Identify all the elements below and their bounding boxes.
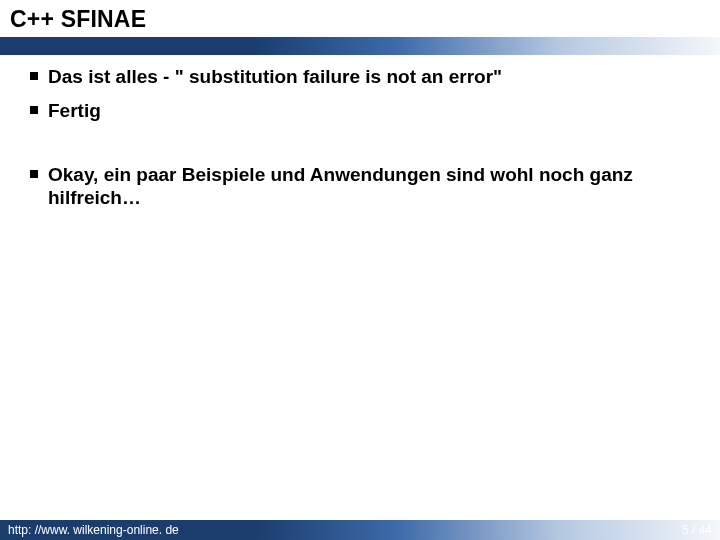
footer-page-number: 5 / 44 xyxy=(682,523,712,537)
spacer xyxy=(30,133,690,163)
bullet-item: Fertig xyxy=(30,99,690,123)
bullet-item: Das ist alles - " substitution failure i… xyxy=(30,65,690,89)
footer-url: http: //www. wilkening-online. de xyxy=(8,523,179,537)
slide-content: Das ist alles - " substitution failure i… xyxy=(0,55,720,520)
title-divider-bar xyxy=(0,37,720,55)
slide: C++ SFINAE Das ist alles - " substitutio… xyxy=(0,0,720,540)
title-area: C++ SFINAE xyxy=(0,0,720,35)
footer-bar: http: //www. wilkening-online. de 5 / 44 xyxy=(0,520,720,540)
bullet-list-2: Okay, ein paar Beispiele und Anwendungen… xyxy=(30,163,690,211)
bullet-list-1: Das ist alles - " substitution failure i… xyxy=(30,65,690,123)
slide-title: C++ SFINAE xyxy=(10,6,710,33)
bullet-item: Okay, ein paar Beispiele und Anwendungen… xyxy=(30,163,690,211)
